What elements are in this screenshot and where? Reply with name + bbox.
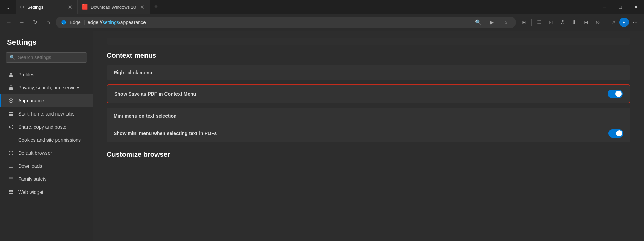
sidebar-item-share-label: Share, copy and paste: [18, 124, 66, 130]
edge-logo-icon: [61, 19, 67, 25]
appearance-icon: [8, 98, 14, 104]
sidebar-item-family-label: Family safety: [18, 176, 46, 182]
sidebar-item-profiles-label: Profiles: [18, 72, 34, 77]
default-browser-icon: [8, 150, 14, 156]
right-click-menu-label: Right-click menu: [114, 70, 152, 75]
tab-list-button[interactable]: ⌄: [0, 0, 16, 14]
profile-avatar[interactable]: P: [619, 18, 629, 27]
sidebar-item-cookies[interactable]: Cookies and site permissions: [0, 133, 93, 146]
save-pdf-row: Show Save as PDF in Context Menu: [107, 85, 630, 103]
profiles-icon: [8, 72, 14, 78]
sidebar-item-default-label: Default browser: [18, 150, 52, 156]
tab-settings[interactable]: ⚙ Settings ✕: [16, 0, 78, 14]
sidebar-item-cookies-label: Cookies and site permissions: [18, 137, 81, 143]
right-click-menu-row: Right-click menu: [107, 65, 630, 80]
svg-rect-1: [9, 87, 13, 90]
edge-label: Edge: [69, 20, 81, 25]
cookies-icon: [8, 137, 14, 143]
download-tab-close[interactable]: ✕: [139, 3, 146, 10]
settings-content: Context menus Right-click menu Show Save…: [93, 31, 644, 241]
history-button[interactable]: ⏱: [557, 17, 568, 28]
sidebar-title: Settings: [0, 38, 93, 52]
share-button[interactable]: ↗: [608, 17, 619, 28]
refresh-button[interactable]: ↻: [30, 17, 41, 28]
sidebar-item-privacy[interactable]: Privacy, search, and services: [0, 81, 93, 94]
forward-button[interactable]: →: [17, 17, 28, 28]
downloads-icon: [8, 163, 14, 169]
sidebar-item-downloads[interactable]: Downloads: [0, 160, 93, 173]
address-bar[interactable]: Edge | edge://settings/appearance 🔍 ▶ ☆: [56, 17, 516, 28]
sidebar-item-appearance-label: Appearance: [18, 98, 44, 103]
family-icon: [8, 176, 14, 182]
close-button[interactable]: ✕: [628, 0, 644, 14]
sidebar-item-family[interactable]: Family safety: [0, 173, 93, 186]
search-icon: 🔍: [9, 55, 15, 60]
window-controls: ─ □ ✕: [597, 0, 644, 14]
context-menus-title: Context menus: [107, 52, 630, 59]
tab-download[interactable]: 🟥 Download Windows 10 ✕: [78, 0, 150, 14]
collections-button[interactable]: ☰: [534, 17, 545, 28]
svg-rect-14: [9, 190, 11, 192]
privacy-icon: [8, 85, 14, 91]
settings-tab-icon: ⚙: [20, 4, 24, 10]
maximize-button[interactable]: □: [612, 0, 628, 14]
immersive-reader-button[interactable]: ⊡: [545, 17, 556, 28]
search-input[interactable]: [18, 55, 83, 60]
more-options-button[interactable]: ⋯: [630, 17, 641, 28]
search-box[interactable]: 🔍: [6, 52, 87, 63]
address-highlight: settings: [103, 20, 119, 25]
sidebar-item-share[interactable]: Share, copy and paste: [0, 120, 93, 133]
save-pdf-toggle[interactable]: [608, 90, 623, 98]
svg-point-0: [10, 73, 12, 75]
address-separator: |: [84, 19, 85, 25]
sidebar-item-start[interactable]: Start, home, and new tabs: [0, 107, 93, 120]
svg-rect-5: [11, 112, 13, 113]
back-button[interactable]: ←: [3, 17, 14, 28]
sidebar-item-privacy-label: Privacy, search, and services: [18, 85, 80, 90]
settings-tab-close[interactable]: ✕: [66, 3, 73, 10]
mini-menu-pdf-toggle[interactable]: [608, 129, 623, 138]
address-text: edge://settings/appearance: [88, 20, 470, 25]
mini-menu-card: Mini menu on text selection Show mini me…: [107, 108, 630, 142]
main-content: Settings 🔍 Profiles Privacy, search, and…: [0, 31, 644, 241]
favorites-button[interactable]: ☆: [500, 17, 511, 28]
customize-browser-title: Customize browser: [107, 151, 630, 158]
svg-rect-16: [9, 193, 13, 194]
sidebar-item-webwidget-label: Web widget: [18, 189, 43, 195]
new-tab-button[interactable]: +: [150, 0, 162, 14]
svg-rect-7: [11, 114, 13, 116]
save-pdf-label: Show Save as PDF in Context Menu: [114, 91, 196, 97]
share-icon: [8, 124, 14, 130]
sidebar-item-default[interactable]: Default browser: [0, 146, 93, 160]
mini-menu-section-header: Mini menu on text selection: [107, 108, 630, 124]
navigation-bar: ← → ↻ ⌂ Edge | edge://settings/appearanc…: [0, 14, 644, 31]
read-aloud-button[interactable]: ▶: [486, 17, 497, 28]
sidebar-item-appearance[interactable]: Appearance: [0, 94, 93, 107]
svg-rect-6: [9, 114, 11, 116]
sidebar-item-start-label: Start, home, and new tabs: [18, 111, 74, 117]
mini-menu-pdf-toggle-thumb: [616, 130, 622, 136]
svg-point-3: [10, 100, 12, 101]
browser-essentials-button[interactable]: ⊙: [592, 17, 603, 28]
zoom-button[interactable]: 🔍: [473, 17, 484, 28]
right-click-card: Right-click menu: [107, 65, 630, 80]
svg-rect-15: [11, 190, 13, 192]
save-pdf-card: Show Save as PDF in Context Menu: [107, 84, 630, 103]
settings-tab-label: Settings: [27, 4, 43, 10]
minimize-button[interactable]: ─: [597, 0, 612, 14]
toolbar-icons: ⊞ ☰ ⊡ ⏱ ⬇ ⊟ ⊙ ↗ P ⋯: [518, 17, 641, 28]
mini-menu-pdf-row: Show mini menu when selecting text in PD…: [107, 124, 630, 142]
sidebar-item-webwidget[interactable]: Web widget: [0, 186, 93, 199]
top-partial-card: [107, 38, 630, 45]
screenshot-button[interactable]: ⊟: [580, 17, 591, 28]
toolbar-divider: [531, 19, 532, 26]
toolbar-divider2: [605, 19, 605, 26]
extensions-button[interactable]: ⊞: [518, 17, 529, 28]
download-tab-icon: 🟥: [82, 4, 88, 10]
svg-rect-4: [9, 112, 11, 113]
download-tab-label: Download Windows 10: [90, 4, 136, 10]
sidebar-item-profiles[interactable]: Profiles: [0, 68, 93, 81]
downloads-toolbar-button[interactable]: ⬇: [569, 17, 580, 28]
home-button[interactable]: ⌂: [43, 17, 54, 28]
start-icon: [8, 111, 14, 117]
